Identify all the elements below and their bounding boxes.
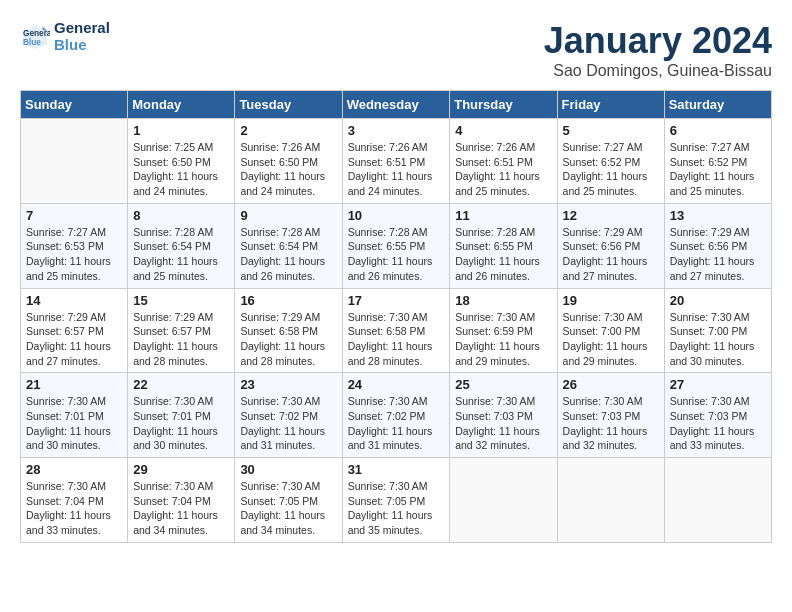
page-title: January 2024 — [544, 20, 772, 62]
day-info: Sunrise: 7:27 AMSunset: 6:52 PMDaylight:… — [670, 140, 766, 199]
day-info: Sunrise: 7:30 AMSunset: 6:59 PMDaylight:… — [455, 310, 551, 369]
day-of-week-header: Wednesday — [342, 91, 450, 119]
page-subtitle: Sao Domingos, Guinea-Bissau — [544, 62, 772, 80]
day-info: Sunrise: 7:30 AMSunset: 7:01 PMDaylight:… — [26, 394, 122, 453]
calendar-day-cell: 3Sunrise: 7:26 AMSunset: 6:51 PMDaylight… — [342, 119, 450, 204]
calendar-week-row: 14Sunrise: 7:29 AMSunset: 6:57 PMDayligh… — [21, 288, 772, 373]
day-info: Sunrise: 7:27 AMSunset: 6:53 PMDaylight:… — [26, 225, 122, 284]
day-number: 30 — [240, 462, 336, 477]
day-number: 21 — [26, 377, 122, 392]
calendar-day-cell: 18Sunrise: 7:30 AMSunset: 6:59 PMDayligh… — [450, 288, 557, 373]
title-block: January 2024 Sao Domingos, Guinea-Bissau — [544, 20, 772, 80]
day-number: 7 — [26, 208, 122, 223]
day-info: Sunrise: 7:29 AMSunset: 6:56 PMDaylight:… — [563, 225, 659, 284]
calendar-day-cell: 1Sunrise: 7:25 AMSunset: 6:50 PMDaylight… — [128, 119, 235, 204]
day-number: 13 — [670, 208, 766, 223]
day-info: Sunrise: 7:30 AMSunset: 6:58 PMDaylight:… — [348, 310, 445, 369]
day-info: Sunrise: 7:30 AMSunset: 7:00 PMDaylight:… — [563, 310, 659, 369]
day-of-week-header: Thursday — [450, 91, 557, 119]
day-info: Sunrise: 7:30 AMSunset: 7:03 PMDaylight:… — [455, 394, 551, 453]
day-number: 5 — [563, 123, 659, 138]
day-info: Sunrise: 7:28 AMSunset: 6:54 PMDaylight:… — [240, 225, 336, 284]
calendar-day-cell: 27Sunrise: 7:30 AMSunset: 7:03 PMDayligh… — [664, 373, 771, 458]
calendar-week-row: 21Sunrise: 7:30 AMSunset: 7:01 PMDayligh… — [21, 373, 772, 458]
day-info: Sunrise: 7:30 AMSunset: 7:03 PMDaylight:… — [563, 394, 659, 453]
day-of-week-header: Saturday — [664, 91, 771, 119]
calendar-header-row: SundayMondayTuesdayWednesdayThursdayFrid… — [21, 91, 772, 119]
day-info: Sunrise: 7:26 AMSunset: 6:51 PMDaylight:… — [455, 140, 551, 199]
logo-icon: General Blue — [20, 22, 50, 52]
day-info: Sunrise: 7:30 AMSunset: 7:03 PMDaylight:… — [670, 394, 766, 453]
day-number: 25 — [455, 377, 551, 392]
calendar-day-cell — [21, 119, 128, 204]
calendar-day-cell: 16Sunrise: 7:29 AMSunset: 6:58 PMDayligh… — [235, 288, 342, 373]
day-of-week-header: Tuesday — [235, 91, 342, 119]
day-number: 6 — [670, 123, 766, 138]
day-number: 9 — [240, 208, 336, 223]
day-info: Sunrise: 7:28 AMSunset: 6:54 PMDaylight:… — [133, 225, 229, 284]
day-number: 3 — [348, 123, 445, 138]
day-info: Sunrise: 7:30 AMSunset: 7:00 PMDaylight:… — [670, 310, 766, 369]
logo: General Blue General Blue — [20, 20, 110, 53]
day-number: 18 — [455, 293, 551, 308]
day-number: 23 — [240, 377, 336, 392]
calendar-day-cell: 25Sunrise: 7:30 AMSunset: 7:03 PMDayligh… — [450, 373, 557, 458]
day-info: Sunrise: 7:30 AMSunset: 7:01 PMDaylight:… — [133, 394, 229, 453]
calendar-day-cell: 9Sunrise: 7:28 AMSunset: 6:54 PMDaylight… — [235, 203, 342, 288]
day-number: 14 — [26, 293, 122, 308]
day-info: Sunrise: 7:30 AMSunset: 7:02 PMDaylight:… — [240, 394, 336, 453]
day-number: 29 — [133, 462, 229, 477]
calendar-week-row: 1Sunrise: 7:25 AMSunset: 6:50 PMDaylight… — [21, 119, 772, 204]
day-info: Sunrise: 7:26 AMSunset: 6:50 PMDaylight:… — [240, 140, 336, 199]
day-info: Sunrise: 7:30 AMSunset: 7:05 PMDaylight:… — [348, 479, 445, 538]
page-header: General Blue General Blue January 2024 S… — [20, 20, 772, 80]
day-number: 11 — [455, 208, 551, 223]
day-info: Sunrise: 7:29 AMSunset: 6:57 PMDaylight:… — [133, 310, 229, 369]
day-info: Sunrise: 7:29 AMSunset: 6:57 PMDaylight:… — [26, 310, 122, 369]
day-number: 19 — [563, 293, 659, 308]
calendar-day-cell: 14Sunrise: 7:29 AMSunset: 6:57 PMDayligh… — [21, 288, 128, 373]
calendar-week-row: 28Sunrise: 7:30 AMSunset: 7:04 PMDayligh… — [21, 458, 772, 543]
day-number: 12 — [563, 208, 659, 223]
day-info: Sunrise: 7:27 AMSunset: 6:52 PMDaylight:… — [563, 140, 659, 199]
day-number: 15 — [133, 293, 229, 308]
day-info: Sunrise: 7:30 AMSunset: 7:04 PMDaylight:… — [133, 479, 229, 538]
day-number: 4 — [455, 123, 551, 138]
day-number: 20 — [670, 293, 766, 308]
day-info: Sunrise: 7:28 AMSunset: 6:55 PMDaylight:… — [348, 225, 445, 284]
day-info: Sunrise: 7:30 AMSunset: 7:04 PMDaylight:… — [26, 479, 122, 538]
calendar-table: SundayMondayTuesdayWednesdayThursdayFrid… — [20, 90, 772, 543]
calendar-day-cell: 31Sunrise: 7:30 AMSunset: 7:05 PMDayligh… — [342, 458, 450, 543]
day-info: Sunrise: 7:26 AMSunset: 6:51 PMDaylight:… — [348, 140, 445, 199]
calendar-day-cell: 5Sunrise: 7:27 AMSunset: 6:52 PMDaylight… — [557, 119, 664, 204]
day-info: Sunrise: 7:30 AMSunset: 7:02 PMDaylight:… — [348, 394, 445, 453]
day-number: 1 — [133, 123, 229, 138]
calendar-day-cell: 19Sunrise: 7:30 AMSunset: 7:00 PMDayligh… — [557, 288, 664, 373]
calendar-day-cell: 17Sunrise: 7:30 AMSunset: 6:58 PMDayligh… — [342, 288, 450, 373]
calendar-day-cell: 22Sunrise: 7:30 AMSunset: 7:01 PMDayligh… — [128, 373, 235, 458]
calendar-day-cell: 4Sunrise: 7:26 AMSunset: 6:51 PMDaylight… — [450, 119, 557, 204]
day-of-week-header: Monday — [128, 91, 235, 119]
calendar-day-cell: 21Sunrise: 7:30 AMSunset: 7:01 PMDayligh… — [21, 373, 128, 458]
calendar-day-cell: 28Sunrise: 7:30 AMSunset: 7:04 PMDayligh… — [21, 458, 128, 543]
day-info: Sunrise: 7:29 AMSunset: 6:56 PMDaylight:… — [670, 225, 766, 284]
day-number: 8 — [133, 208, 229, 223]
day-number: 26 — [563, 377, 659, 392]
calendar-day-cell: 7Sunrise: 7:27 AMSunset: 6:53 PMDaylight… — [21, 203, 128, 288]
calendar-day-cell: 2Sunrise: 7:26 AMSunset: 6:50 PMDaylight… — [235, 119, 342, 204]
calendar-day-cell — [557, 458, 664, 543]
day-number: 24 — [348, 377, 445, 392]
day-of-week-header: Sunday — [21, 91, 128, 119]
day-number: 28 — [26, 462, 122, 477]
calendar-day-cell: 11Sunrise: 7:28 AMSunset: 6:55 PMDayligh… — [450, 203, 557, 288]
day-info: Sunrise: 7:25 AMSunset: 6:50 PMDaylight:… — [133, 140, 229, 199]
calendar-day-cell: 6Sunrise: 7:27 AMSunset: 6:52 PMDaylight… — [664, 119, 771, 204]
day-number: 27 — [670, 377, 766, 392]
calendar-day-cell: 26Sunrise: 7:30 AMSunset: 7:03 PMDayligh… — [557, 373, 664, 458]
logo-text-blue: Blue — [54, 37, 110, 54]
day-info: Sunrise: 7:28 AMSunset: 6:55 PMDaylight:… — [455, 225, 551, 284]
calendar-day-cell: 15Sunrise: 7:29 AMSunset: 6:57 PMDayligh… — [128, 288, 235, 373]
calendar-day-cell — [450, 458, 557, 543]
calendar-day-cell — [664, 458, 771, 543]
day-info: Sunrise: 7:29 AMSunset: 6:58 PMDaylight:… — [240, 310, 336, 369]
